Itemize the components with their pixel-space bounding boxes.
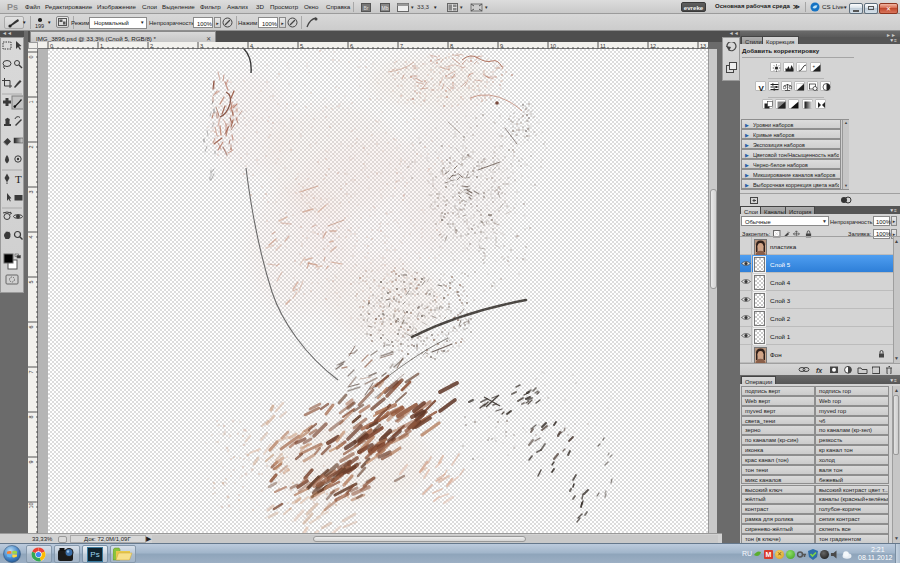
svg-text:7: 7 <box>28 370 34 373</box>
svg-text:5: 5 <box>300 43 303 49</box>
svg-text:6: 6 <box>28 325 34 328</box>
svg-text:7: 7 <box>400 43 403 49</box>
svg-text:1: 1 <box>100 43 103 49</box>
svg-text:10: 10 <box>550 43 556 49</box>
svg-text:13: 13 <box>700 43 706 49</box>
svg-text:9: 9 <box>28 460 34 463</box>
svg-text:fx: fx <box>816 367 823 374</box>
svg-text:8: 8 <box>28 415 34 418</box>
svg-text:5: 5 <box>28 280 34 283</box>
svg-text:2: 2 <box>150 43 153 49</box>
svg-text:0: 0 <box>50 43 53 49</box>
svg-text:11: 11 <box>600 43 606 49</box>
svg-text:3: 3 <box>28 190 34 193</box>
svg-text:+: + <box>812 64 815 69</box>
svg-text:V: V <box>758 83 764 91</box>
svg-text:8: 8 <box>450 43 453 49</box>
svg-text:0: 0 <box>28 55 34 58</box>
svg-text:9: 9 <box>500 43 503 49</box>
svg-text:3: 3 <box>200 43 203 49</box>
svg-text:2: 2 <box>28 145 34 148</box>
svg-text:12: 12 <box>650 43 656 49</box>
svg-text:4: 4 <box>28 235 34 238</box>
svg-text:1: 1 <box>28 100 34 103</box>
svg-text:6: 6 <box>350 43 353 49</box>
svg-text:T: T <box>15 173 22 185</box>
svg-text:4: 4 <box>250 43 253 49</box>
svg-text:10: 10 <box>28 502 34 508</box>
